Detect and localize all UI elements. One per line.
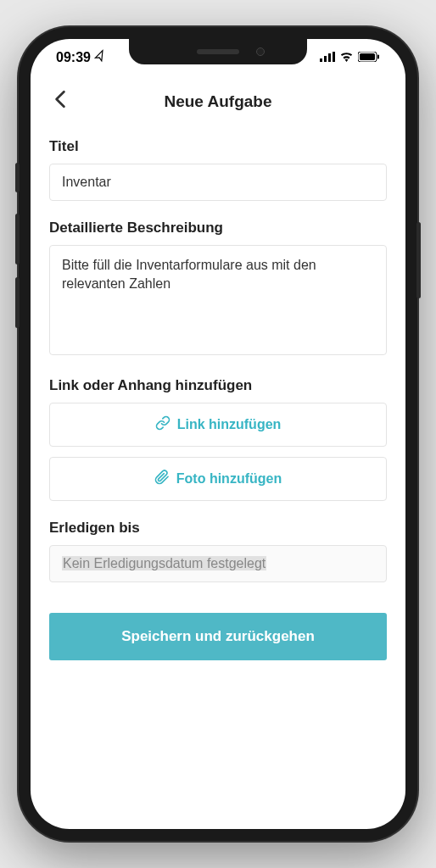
power-button [416, 222, 421, 298]
due-label: Erledigen bis [49, 520, 387, 537]
description-section: Detaillierte Beschreibung [49, 220, 387, 359]
svg-rect-1 [324, 56, 327, 62]
link-icon [155, 415, 170, 434]
back-button[interactable] [48, 85, 73, 118]
volume-up-button [15, 214, 20, 264]
title-label: Titel [49, 138, 387, 155]
title-input[interactable] [49, 164, 387, 201]
add-link-button[interactable]: Link hinzufügen [49, 403, 387, 447]
title-section: Titel [49, 138, 387, 201]
phone-frame: 09:39 Neue Aufgabe [19, 27, 417, 841]
mute-switch [15, 163, 20, 192]
due-date-field[interactable]: Kein Erledigungsdatum festgelegt [49, 545, 387, 582]
attachment-section: Link oder Anhang hinzufügen Link hinzufü… [49, 377, 387, 501]
svg-rect-3 [333, 52, 335, 62]
add-photo-button[interactable]: Foto hinzufügen [49, 457, 387, 501]
battery-icon [358, 50, 380, 65]
svg-rect-5 [360, 53, 375, 60]
location-icon [92, 49, 108, 67]
task-form: Titel Detaillierte Beschreibung Link ode… [31, 133, 405, 665]
notch [129, 39, 307, 64]
add-link-label: Link hinzufügen [177, 417, 282, 432]
description-label: Detaillierte Beschreibung [49, 220, 387, 236]
nav-header: Neue Aufgabe [31, 76, 405, 133]
status-time: 09:39 [56, 50, 91, 65]
screen: 09:39 Neue Aufgabe [31, 39, 405, 829]
page-title: Neue Aufgabe [164, 92, 271, 111]
due-date-value: Kein Erledigungsdatum festgelegt [62, 556, 266, 570]
paperclip-icon [154, 470, 170, 488]
add-photo-label: Foto hinzufügen [176, 471, 282, 487]
speaker [197, 49, 239, 54]
attachment-label: Link oder Anhang hinzufügen [49, 377, 387, 394]
wifi-icon [339, 50, 354, 65]
svg-rect-0 [320, 58, 322, 62]
description-textarea[interactable] [49, 245, 387, 355]
svg-rect-2 [328, 53, 331, 62]
front-camera [256, 47, 265, 56]
cellular-icon [320, 50, 335, 65]
save-and-back-button[interactable]: Speichern und zurückgehen [49, 613, 387, 660]
svg-rect-6 [377, 55, 379, 59]
due-section: Erledigen bis Kein Erledigungsdatum fest… [49, 520, 387, 582]
volume-down-button [15, 277, 20, 328]
